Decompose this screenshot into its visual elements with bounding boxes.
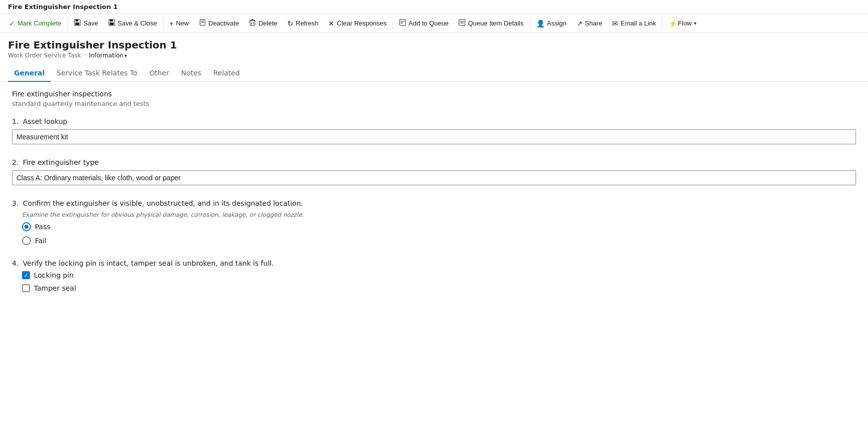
chevron-down-icon: ▾ bbox=[124, 53, 127, 58]
question-4: 4. Verify the locking pin is intact, tam… bbox=[12, 259, 856, 292]
divider-5 bbox=[662, 17, 662, 29]
svg-rect-9 bbox=[250, 20, 255, 25]
save-close-icon bbox=[108, 19, 115, 27]
radio-fail-label: Fail bbox=[35, 237, 46, 245]
section-description: Fire extinguisher inspections bbox=[12, 90, 856, 98]
question-3-radio-group: Pass Fail bbox=[22, 222, 856, 245]
save-button[interactable]: Save bbox=[69, 16, 103, 30]
page-title: Fire Extinguisher Inspection 1 bbox=[8, 39, 860, 51]
radio-pass[interactable]: Pass bbox=[22, 222, 856, 231]
mark-complete-button[interactable]: ✓ Mark Complete bbox=[4, 16, 66, 30]
breadcrumb-work-order: Work Order Service Task bbox=[8, 52, 81, 59]
checkbox-locking-pin[interactable]: Locking pin bbox=[22, 271, 856, 279]
content-area: Fire extinguisher inspections standard q… bbox=[0, 82, 868, 314]
share-label: Share bbox=[585, 19, 603, 27]
tab-general[interactable]: General bbox=[8, 65, 51, 82]
svg-rect-2 bbox=[75, 22, 79, 25]
divider-4 bbox=[530, 17, 530, 29]
svg-rect-17 bbox=[459, 19, 465, 25]
refresh-label: Refresh bbox=[296, 19, 319, 27]
checkbox-locking-pin-label: Locking pin bbox=[34, 271, 74, 279]
save-close-label: Save & Close bbox=[118, 19, 157, 27]
question-2: 2. Fire extinguisher type bbox=[12, 158, 856, 185]
svg-rect-5 bbox=[110, 22, 114, 25]
save-icon bbox=[74, 19, 81, 27]
delete-button[interactable]: Delete bbox=[244, 16, 282, 30]
assign-label: Assign bbox=[547, 19, 567, 27]
section-subdescription: standard quarterly maintenance and tests bbox=[12, 100, 856, 107]
clear-responses-button[interactable]: ✕ Clear Responses bbox=[323, 16, 392, 30]
save-close-button[interactable]: Save & Close bbox=[103, 16, 162, 30]
tabs-container: General Service Task Relates To Other No… bbox=[0, 61, 868, 82]
question-3: 3. Confirm the extinguisher is visible, … bbox=[12, 199, 856, 245]
breadcrumb-dot: · bbox=[84, 52, 86, 59]
question-4-label: 4. Verify the locking pin is intact, tam… bbox=[12, 259, 856, 267]
radio-pass-circle bbox=[22, 222, 31, 231]
flow-button[interactable]: ⚡ Flow ▾ bbox=[663, 16, 701, 30]
queue-details-icon bbox=[458, 19, 465, 27]
question-1: 1. Asset lookup bbox=[12, 117, 856, 144]
radio-pass-label: Pass bbox=[35, 223, 50, 231]
refresh-icon: ↻ bbox=[287, 19, 293, 27]
delete-icon bbox=[249, 19, 256, 27]
page-header: Fire Extinguisher Inspection 1 Work Orde… bbox=[0, 33, 868, 59]
radio-fail-circle bbox=[22, 236, 31, 245]
radio-fail[interactable]: Fail bbox=[22, 236, 856, 245]
mark-complete-label: Mark Complete bbox=[17, 19, 61, 27]
window-title: Fire Extinguisher Inspection 1 bbox=[8, 3, 118, 10]
new-icon: + bbox=[170, 19, 174, 27]
clear-responses-label: Clear Responses bbox=[337, 19, 387, 27]
save-label: Save bbox=[83, 19, 98, 27]
queue-item-details-label: Queue Item Details bbox=[468, 19, 523, 27]
breadcrumb-information[interactable]: Information ▾ bbox=[89, 52, 127, 59]
page-subtitle: Work Order Service Task · Information ▾ bbox=[8, 52, 860, 59]
add-to-queue-button[interactable]: Add to Queue bbox=[394, 16, 453, 30]
svg-rect-14 bbox=[400, 19, 406, 25]
deactivate-icon bbox=[199, 19, 206, 27]
assign-button[interactable]: 👤 Assign bbox=[531, 16, 572, 30]
email-icon: ✉ bbox=[612, 19, 618, 27]
assign-icon: 👤 bbox=[536, 19, 545, 27]
checkbox-tamper-seal[interactable]: Tamper seal bbox=[22, 284, 856, 292]
question-4-checkbox-group: Locking pin Tamper seal bbox=[22, 271, 856, 292]
question-1-label: 1. Asset lookup bbox=[12, 117, 856, 125]
deactivate-label: Deactivate bbox=[209, 19, 239, 27]
new-label: New bbox=[176, 19, 189, 27]
tab-notes[interactable]: Notes bbox=[175, 65, 207, 82]
share-button[interactable]: ↗ Share bbox=[572, 16, 608, 30]
flow-chevron-icon: ▾ bbox=[694, 20, 696, 26]
question-2-label: 2. Fire extinguisher type bbox=[12, 158, 856, 166]
flow-label: Flow bbox=[678, 19, 691, 27]
question-1-input[interactable] bbox=[12, 129, 856, 144]
title-bar: Fire Extinguisher Inspection 1 bbox=[0, 0, 868, 14]
checkbox-locking-pin-box bbox=[22, 271, 30, 279]
checkmark-icon: ✓ bbox=[9, 19, 15, 27]
toolbar: ✓ Mark Complete Save Save & Close + New bbox=[0, 14, 868, 33]
share-icon: ↗ bbox=[577, 19, 583, 27]
breadcrumb-info-label: Information bbox=[89, 52, 123, 59]
divider-2 bbox=[163, 17, 164, 29]
checkbox-tamper-seal-box bbox=[22, 284, 30, 292]
svg-rect-1 bbox=[75, 19, 78, 21]
svg-rect-4 bbox=[110, 19, 113, 21]
deactivate-button[interactable]: Deactivate bbox=[194, 16, 244, 30]
email-link-button[interactable]: ✉ Email a Link bbox=[607, 16, 661, 30]
queue-item-details-button[interactable]: Queue Item Details bbox=[453, 16, 528, 30]
email-link-label: Email a Link bbox=[621, 19, 656, 27]
add-to-queue-label: Add to Queue bbox=[409, 19, 448, 27]
tab-related[interactable]: Related bbox=[207, 65, 245, 82]
question-2-input[interactable] bbox=[12, 170, 856, 185]
divider-1 bbox=[67, 17, 68, 29]
refresh-button[interactable]: ↻ Refresh bbox=[282, 16, 324, 30]
queue-add-icon bbox=[399, 19, 406, 27]
clear-icon: ✕ bbox=[328, 19, 334, 27]
question-3-hint: Examine the extinguisher for obvious phy… bbox=[22, 211, 856, 218]
new-button[interactable]: + New bbox=[165, 16, 194, 30]
delete-label: Delete bbox=[258, 19, 277, 27]
tab-service-task-relates-to[interactable]: Service Task Relates To bbox=[51, 65, 144, 82]
tab-other[interactable]: Other bbox=[143, 65, 175, 82]
checkbox-tamper-seal-label: Tamper seal bbox=[34, 284, 76, 292]
flow-icon: ⚡ bbox=[668, 19, 677, 27]
divider-3 bbox=[393, 17, 393, 29]
question-3-label: 3. Confirm the extinguisher is visible, … bbox=[12, 199, 856, 207]
